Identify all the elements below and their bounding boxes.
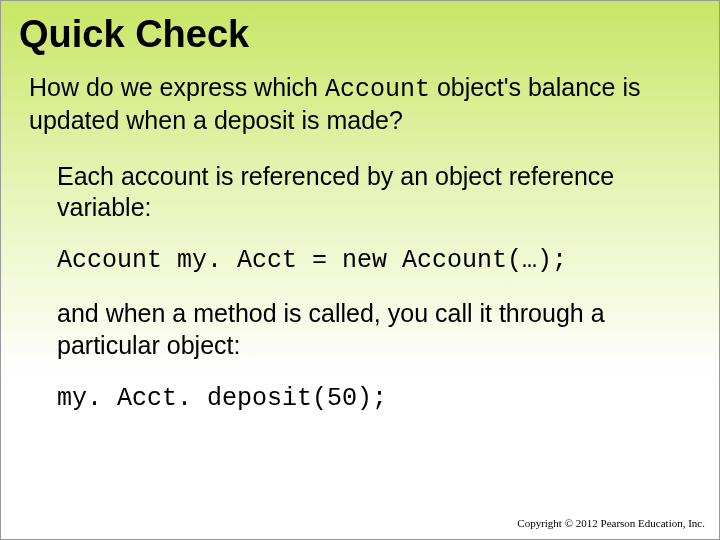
answer-paragraph-1: Each account is referenced by an object … [57,161,679,224]
answer-block: Each account is referenced by an object … [1,137,719,415]
slide-title: Quick Check [1,1,719,62]
question-code: Account [325,75,430,104]
code-line-1: Account my. Acct = new Account(…); [57,245,679,276]
code-line-2: my. Acct. deposit(50); [57,383,679,414]
question-text: How do we express which Account object's… [1,62,719,137]
answer-paragraph-2: and when a method is called, you call it… [57,298,679,361]
question-pre: How do we express which [29,73,325,101]
copyright-text: Copyright © 2012 Pearson Education, Inc. [517,517,705,529]
